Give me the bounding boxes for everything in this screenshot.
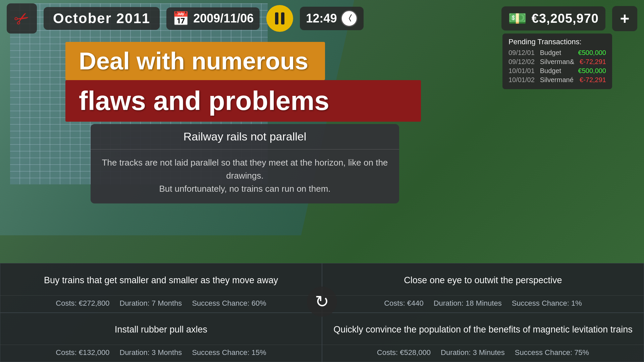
solution-cost-1: Costs: €272,800 xyxy=(56,299,109,308)
calendar-section[interactable]: 📅 2009/11/06 xyxy=(166,7,260,30)
solution-stats-3: Costs: €132,000 Duration: 3 Months Succe… xyxy=(0,345,322,362)
pending-amount-3: €500,000 xyxy=(578,67,606,75)
solution-stats-4: Costs: €528,000 Duration: 3 Minutes Succ… xyxy=(322,345,644,362)
time-display: 12:49 xyxy=(306,11,337,25)
solution-title-3: Install rubber pull axles xyxy=(0,313,322,345)
solution-cell-1[interactable]: Buy trains that get smaller and smaller … xyxy=(0,263,322,313)
pending-title: Pending Transactions: xyxy=(508,38,606,46)
calendar-date: 2009/11/06 xyxy=(193,11,254,25)
headline-text-1: Deal with numerous xyxy=(79,48,308,74)
game-date-label: October 2011 xyxy=(53,10,150,26)
pending-date-4: 10/01/02 xyxy=(508,76,535,84)
pending-label-2: Silverman& xyxy=(540,58,574,66)
money-amount: €3,205,970 xyxy=(532,11,599,26)
money-icon: 💵 xyxy=(508,10,527,27)
solution-duration-1: Duration: 7 Months xyxy=(120,299,182,308)
problem-title: Railway rails not parallel xyxy=(91,124,399,149)
headline-line1: Deal with numerous xyxy=(65,42,325,80)
scissors-icon: ✂ xyxy=(10,6,33,31)
logo-button[interactable]: ✂ xyxy=(7,3,37,34)
solution-cell-4[interactable]: Quickly convince the population of the b… xyxy=(322,313,644,362)
solution-stats-1: Costs: €272,800 Duration: 7 Months Succe… xyxy=(0,295,322,312)
pending-row-3: 10/01/01 Budget €500,000 xyxy=(508,67,606,75)
add-money-button[interactable]: + xyxy=(612,6,637,31)
date-display: October 2011 xyxy=(44,7,160,30)
add-icon: + xyxy=(620,9,629,28)
pending-label-4: Silvermané xyxy=(540,76,574,84)
solution-title-2: Close one eye to outwit the perspective xyxy=(322,263,644,295)
pending-row-2: 09/12/02 Silverman& €-72,291 xyxy=(508,58,606,66)
pending-label-3: Budget xyxy=(540,67,573,75)
solution-chance-1: Success Chance: 60% xyxy=(192,299,266,308)
solution-duration-4: Duration: 3 Minutes xyxy=(441,348,505,357)
solution-title-1: Buy trains that get smaller and smaller … xyxy=(0,263,322,295)
pending-amount-4: €-72,291 xyxy=(580,76,606,84)
top-hud: ✂ October 2011 📅 2009/11/06 12:49 💵 €3,2… xyxy=(0,0,644,37)
solution-cost-4: Costs: €528,000 xyxy=(377,348,431,357)
solution-title-4: Quickly convince the population of the b… xyxy=(322,313,644,345)
solution-stats-2: Costs: €440 Duration: 18 Minutes Success… xyxy=(322,295,644,312)
problem-description: The tracks are not laid parallel so that… xyxy=(91,149,399,203)
solution-cell-3[interactable]: Install rubber pull axles Costs: €132,00… xyxy=(0,313,322,362)
calendar-icon: 📅 xyxy=(172,11,189,26)
clock-icon xyxy=(341,10,358,27)
pending-date-1: 09/12/01 xyxy=(508,49,535,57)
money-section: 💵 €3,205,970 xyxy=(501,6,605,31)
pending-amount-2: €-72,291 xyxy=(580,58,606,66)
headline-line2: flaws and problems xyxy=(65,80,421,122)
pending-date-2: 09/12/02 xyxy=(508,58,535,66)
time-section: 12:49 xyxy=(300,7,364,30)
solution-duration-2: Duration: 18 Minutes xyxy=(434,299,502,308)
refresh-icon: ↻ xyxy=(315,292,329,311)
refresh-button[interactable]: ↻ xyxy=(307,287,337,317)
pending-date-3: 10/01/01 xyxy=(508,67,535,75)
solution-cell-2[interactable]: Close one eye to outwit the perspective … xyxy=(322,263,644,313)
solution-cost-3: Costs: €132,000 xyxy=(56,348,109,357)
solution-chance-3: Success Chance: 15% xyxy=(192,348,266,357)
pending-label-1: Budget xyxy=(540,49,573,57)
headline-banner: Deal with numerous flaws and problems xyxy=(65,42,421,122)
pending-row-4: 10/01/02 Silvermané €-72,291 xyxy=(508,76,606,84)
pause-button[interactable] xyxy=(266,5,293,32)
headline-text-2: flaws and problems xyxy=(79,86,329,116)
solution-cost-2: Costs: €440 xyxy=(384,299,423,308)
pending-transactions-panel: Pending Transactions: 09/12/01 Budget €5… xyxy=(502,34,612,89)
pending-row-1: 09/12/01 Budget €500,000 xyxy=(508,49,606,57)
solution-chance-2: Success Chance: 1% xyxy=(512,299,582,308)
pause-icon xyxy=(275,12,284,24)
problem-box: Railway rails not parallel The tracks ar… xyxy=(91,124,399,203)
pending-amount-1: €500,000 xyxy=(578,49,606,57)
solution-duration-3: Duration: 3 Months xyxy=(120,348,182,357)
solution-chance-4: Success Chance: 75% xyxy=(515,348,589,357)
